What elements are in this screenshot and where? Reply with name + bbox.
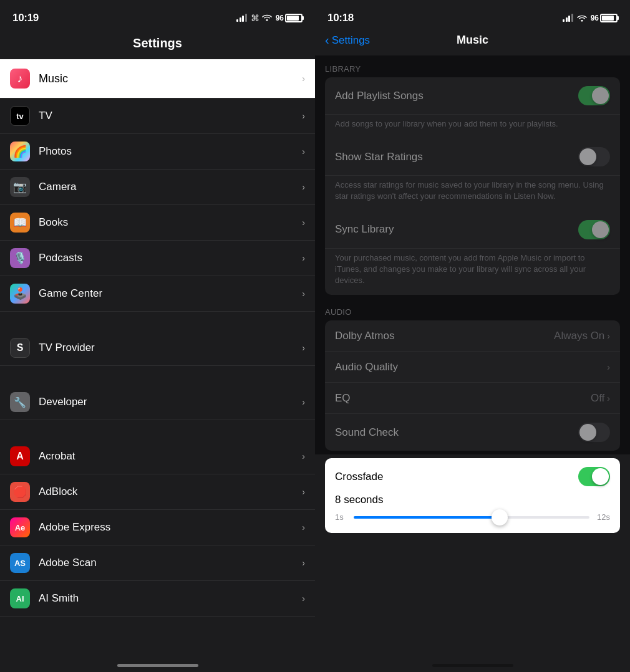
left-status-icons: ⌘ 96 xyxy=(236,13,303,23)
sync-library-subtext: Your purchased music, content you add fr… xyxy=(325,249,620,295)
music-row[interactable]: ♪ Music › xyxy=(0,59,315,98)
crossfade-label: Crossfade xyxy=(335,471,383,483)
group-separator-2 xyxy=(0,366,315,385)
photos-chevron-icon: › xyxy=(302,146,305,156)
camera-label: Camera xyxy=(39,181,302,193)
camera-row[interactable]: 📷 Camera › xyxy=(0,170,315,205)
dolby-atmos-row[interactable]: Dolby Atmos Always On › xyxy=(325,320,620,352)
left-page-title-bar: Settings xyxy=(0,31,315,59)
crossfade-row: Crossfade xyxy=(335,467,610,486)
battery-icon xyxy=(285,14,303,22)
sync-library-toggle[interactable] xyxy=(578,220,610,239)
camera-icon: 📷 xyxy=(10,177,30,197)
podcasts-row[interactable]: 🎙️ Podcasts › xyxy=(0,241,315,276)
developer-label: Developer xyxy=(39,396,302,408)
adblock-row[interactable]: 🛑 AdBlock › xyxy=(0,474,315,510)
eq-value: Off xyxy=(591,392,604,405)
tv-label: TV xyxy=(39,110,302,122)
audio-quality-row[interactable]: Audio Quality › xyxy=(325,352,620,383)
right-time: 10:18 xyxy=(327,12,354,24)
left-time: 10:19 xyxy=(12,12,39,24)
tvprovider-row[interactable]: S TV Provider › xyxy=(0,330,315,366)
gamecenter-row[interactable]: 🕹️ Game Center › xyxy=(0,276,315,312)
developer-chevron-icon: › xyxy=(302,397,305,407)
slider-thumb[interactable] xyxy=(492,509,508,526)
acrobat-label: Acrobat xyxy=(39,450,302,463)
eq-row[interactable]: EQ Off › xyxy=(325,383,620,414)
audio-card: Dolby Atmos Always On › Audio Quality › … xyxy=(325,320,620,451)
group-separator-1 xyxy=(0,312,315,330)
show-star-ratings-row[interactable]: Show Star Ratings xyxy=(325,138,620,176)
signal-icon xyxy=(236,14,247,22)
add-playlist-row[interactable]: Add Playlist Songs xyxy=(325,77,620,115)
show-star-ratings-toggle[interactable] xyxy=(578,147,610,166)
sound-check-label: Sound Check xyxy=(335,426,399,439)
acrobat-chevron-icon: › xyxy=(302,451,305,461)
tv-icon: tv xyxy=(10,106,30,126)
photos-icon: 🌈 xyxy=(10,142,30,161)
books-row[interactable]: 📖 Books › xyxy=(0,205,315,241)
music-note-icon: ♪ xyxy=(17,72,23,85)
dolby-atmos-label: Dolby Atmos xyxy=(335,330,394,342)
adblock-chevron-icon: › xyxy=(302,487,305,497)
adblock-label: AdBlock xyxy=(39,486,302,498)
aismith-row[interactable]: AI AI Smith › xyxy=(0,581,315,617)
slider-min-label: 1s xyxy=(335,512,349,522)
tv-row[interactable]: tv TV › xyxy=(0,98,315,134)
adblock-icon: 🛑 xyxy=(10,482,30,502)
add-playlist-toggle[interactable] xyxy=(578,86,610,105)
audio-section-label: AUDIO xyxy=(315,299,630,320)
right-battery-container: 96 xyxy=(591,14,618,22)
right-status-bar: 10:18 96 xyxy=(315,0,630,31)
camera-chevron-icon: › xyxy=(302,182,305,192)
right-battery-icon xyxy=(600,14,618,22)
settings-list: tv TV › 🌈 Photos › 📷 Camera › 📖 Bo xyxy=(0,98,315,672)
back-chevron-icon: ‹ xyxy=(325,33,329,47)
aismith-icon: AI xyxy=(10,588,30,608)
audio-quality-chevron-icon: › xyxy=(607,362,610,372)
right-nav-bar: ‹ Settings Music xyxy=(315,31,630,55)
adobeexpress-label: Adobe Express xyxy=(39,521,302,534)
adobeexpress-row[interactable]: Ae Adobe Express › xyxy=(0,510,315,545)
eq-label: EQ xyxy=(335,392,351,405)
right-signal-icon xyxy=(563,14,573,22)
library-section-label: LIBRARY xyxy=(315,55,630,77)
tvprovider-icon: S xyxy=(10,338,30,358)
back-button[interactable]: ‹ Settings xyxy=(325,33,370,47)
acrobat-icon: A xyxy=(10,446,30,466)
dolby-atmos-value-container: Always On › xyxy=(554,330,610,342)
left-battery-label: 96 xyxy=(276,14,284,22)
tvprovider-chevron-icon: › xyxy=(302,343,305,353)
sync-library-label: Sync Library xyxy=(335,223,394,236)
left-panel: 10:19 ⌘ 96 Settings ♪ xyxy=(0,0,315,672)
photos-label: Photos xyxy=(39,145,302,158)
books-chevron-icon: › xyxy=(302,218,305,228)
sync-library-row[interactable]: Sync Library xyxy=(325,211,620,249)
adobeexpress-chevron-icon: › xyxy=(302,522,305,532)
right-status-icons: 96 xyxy=(563,14,618,22)
developer-row[interactable]: 🔧 Developer › xyxy=(0,385,315,420)
crossfade-toggle[interactable] xyxy=(578,467,610,486)
left-status-bar: 10:19 ⌘ 96 xyxy=(0,0,315,31)
acrobat-row[interactable]: A Acrobat › xyxy=(0,439,315,474)
developer-icon: 🔧 xyxy=(10,392,30,412)
right-panel: 10:18 96 ‹ Settings Music xyxy=(315,0,630,672)
crossfade-slider-row: 1s 12s xyxy=(335,512,610,522)
crossfade-slider-track[interactable] xyxy=(354,516,589,519)
sound-check-toggle[interactable] xyxy=(578,423,610,442)
podcasts-label: Podcasts xyxy=(39,252,302,264)
dimmed-content-area: LIBRARY Add Playlist Songs Add songs to … xyxy=(315,55,630,454)
left-home-indicator xyxy=(117,664,198,667)
gamecenter-chevron-icon: › xyxy=(302,289,305,299)
add-playlist-label: Add Playlist Songs xyxy=(335,90,424,102)
music-app-icon: ♪ xyxy=(10,69,30,89)
tv-chevron-icon: › xyxy=(302,111,305,121)
tvprovider-label: TV Provider xyxy=(39,342,302,354)
add-playlist-subtext: Add songs to your library when you add t… xyxy=(325,115,620,138)
right-wifi-icon xyxy=(577,14,587,22)
photos-row[interactable]: 🌈 Photos › xyxy=(0,134,315,170)
left-page-title: Settings xyxy=(12,36,303,50)
right-battery-label: 96 xyxy=(591,14,599,22)
sound-check-row[interactable]: Sound Check xyxy=(325,414,620,451)
adobescan-row[interactable]: AS Adobe Scan › xyxy=(0,545,315,581)
